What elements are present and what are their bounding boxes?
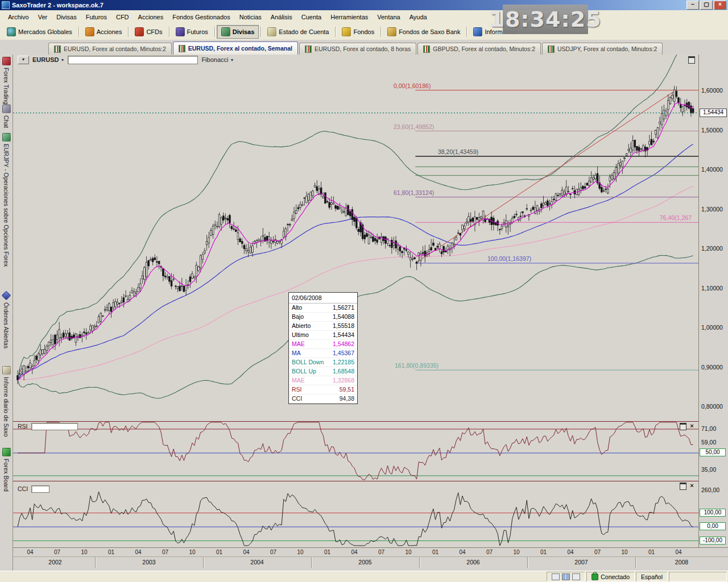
- cci-settings-input[interactable]: [31, 485, 49, 493]
- x-axis-month-label: 01: [106, 549, 116, 555]
- current-price-badge: 1,54434: [700, 109, 727, 117]
- chart-search-input[interactable]: [68, 56, 198, 64]
- chart-menu-button[interactable]: ▼: [18, 56, 29, 64]
- drawing-tool-selector[interactable]: Fibonacci▼: [201, 56, 234, 63]
- x-axis-month-label: 07: [376, 549, 386, 555]
- forex-board-icon: [2, 448, 11, 456]
- price-axis[interactable]: 1,600001,500001,400001,300001,200001,100…: [698, 55, 728, 547]
- x-axis-month-label: 04: [25, 549, 35, 555]
- toolbar-acciones[interactable]: Acciones: [81, 25, 127, 39]
- x-axis-month-label: 04: [349, 549, 359, 555]
- menu-ayuda[interactable]: Ayuda: [405, 12, 432, 22]
- toolbar-separator: [466, 27, 467, 37]
- panel-close-icon[interactable]: ×: [689, 483, 695, 489]
- x-axis-year-label: 2002: [44, 559, 67, 566]
- x-axis-month-label: 07: [484, 549, 494, 555]
- toolbar-futuros[interactable]: Futuros: [171, 25, 213, 39]
- chevron-down-icon: ▼: [60, 58, 64, 62]
- price-axis-label: 1,40000: [701, 166, 723, 173]
- x-axis-month-label: 07: [592, 549, 602, 555]
- x-axis-month-label: 10: [295, 549, 305, 555]
- sidebar-item-ordenes-abiertas[interactable]: Órdenes Abiertas: [1, 291, 12, 348]
- price-axis-label: 1,60000: [701, 87, 723, 94]
- year-separator: [311, 557, 312, 568]
- tab-usdjpy-minutos2[interactable]: USDJPY, Forex al contado, Minutos:2: [542, 43, 663, 55]
- menu-cuenta[interactable]: Cuenta: [297, 12, 326, 22]
- x-axis-month-label: 01: [214, 549, 224, 555]
- x-axis-month-label: 10: [187, 549, 197, 555]
- tab-gbpusd-minutos2[interactable]: GBPUSD, Forex al contado, Minutos:2: [417, 43, 541, 55]
- toolbar-separator: [260, 27, 261, 37]
- tab-eurusd-semanal[interactable]: EURUSD, Forex al contado, Semanal: [173, 41, 298, 55]
- x-axis-month-label: 07: [268, 549, 278, 555]
- close-button[interactable]: ×: [714, 1, 726, 10]
- sidebar-item-forex-board[interactable]: Forex Board: [1, 448, 12, 492]
- chart-header: ▼ EURUSD▼ Fibonacci▼: [13, 55, 698, 65]
- menu-acciones[interactable]: Acciones: [134, 12, 168, 22]
- menu-futuros[interactable]: Futuros: [81, 12, 111, 22]
- x-axis-month-label: 04: [241, 549, 251, 555]
- toolbar-separator: [78, 27, 79, 37]
- globe-icon: [7, 27, 16, 36]
- symbol-selector[interactable]: EURUSD▼: [32, 56, 64, 63]
- maximize-button[interactable]: ▢: [700, 1, 713, 10]
- menu-divisas[interactable]: Divisas: [52, 12, 81, 22]
- toolbar-estado-de-cuenta[interactable]: Estado de Cuenta: [263, 25, 333, 39]
- rsi-label: RSI: [18, 423, 28, 430]
- chart-data-window: 02/06/2008 Alto1,56271 Bajo1,54088 Abier…: [288, 292, 358, 404]
- x-axis-month-label: 04: [565, 549, 576, 555]
- price-axis-label: 1,10000: [701, 285, 723, 292]
- x-axis-year-label: 2006: [462, 559, 485, 566]
- chart-icon: [548, 45, 555, 53]
- toolbar: Mercados Globales Acciones CFDs Futuros …: [0, 24, 728, 40]
- cci-level-badge: 0,00: [700, 522, 726, 530]
- fib-level-label: 100,00(1,16397): [486, 255, 532, 262]
- report-icon: [2, 366, 11, 375]
- chart-icon: [305, 45, 312, 53]
- panel-close-icon[interactable]: ×: [689, 423, 695, 429]
- sidebar-item-eurjpy-opciones[interactable]: EURJPY - Operaciones sobre Opciones Fore…: [1, 133, 12, 267]
- menu-herramientas[interactable]: Herramientas: [326, 12, 373, 22]
- language-text: Español: [641, 573, 663, 580]
- side-panel-strip: Forex Trading Chat EURJPY - Operaciones …: [0, 55, 13, 571]
- chart-icon: [179, 45, 185, 52]
- price-axis-label: 0,90000: [701, 364, 723, 371]
- connection-monitors-icon: [562, 573, 570, 580]
- price-axis-label: 1,20000: [701, 245, 723, 252]
- funds-icon: [342, 27, 351, 36]
- fib-level-label: 61,80(1,33124): [392, 189, 435, 196]
- menu-fondos-gestionados[interactable]: Fondos Gestionados: [168, 12, 235, 22]
- tab-eurusd-minutos2[interactable]: EURUSD, Forex al contado, Minutos:2: [48, 43, 172, 55]
- data-window-row: CCI94,38: [289, 394, 357, 404]
- data-feed-icon: [572, 573, 580, 580]
- menu-cfd[interactable]: CFD: [111, 12, 134, 22]
- x-axis-year-label: 2004: [246, 559, 268, 566]
- year-separator: [95, 557, 96, 568]
- panel-restore-icon[interactable]: [680, 483, 686, 490]
- session-icon: [552, 573, 560, 580]
- minimize-button[interactable]: –: [686, 1, 699, 10]
- x-axis-ticks[interactable]: 0407100104071001040710010407100104071001…: [13, 547, 728, 557]
- toolbar-fondos[interactable]: Fondos: [337, 25, 379, 39]
- panel-restore-icon[interactable]: [688, 56, 695, 64]
- sidebar-item-forex-trading[interactable]: Forex Trading: [1, 57, 12, 105]
- toolbar-cfds[interactable]: CFDs: [130, 25, 167, 39]
- stocks-icon: [85, 27, 94, 36]
- menu-analisis[interactable]: Análisis: [266, 12, 297, 22]
- data-window-row: Bajo1,54088: [289, 313, 357, 322]
- tab-eurusd-8horas[interactable]: EURUSD, Forex al contado, 8 horas: [299, 43, 416, 55]
- menu-ventana[interactable]: Ventana: [373, 12, 404, 22]
- toolbar-separator: [128, 27, 129, 37]
- menu-archivo[interactable]: Archivo: [3, 12, 34, 22]
- sidebar-item-chat[interactable]: Chat: [1, 105, 12, 128]
- rsi-settings-input[interactable]: [31, 423, 78, 430]
- toolbar-mercados-globales[interactable]: Mercados Globales: [2, 25, 77, 39]
- title-bar: SaxoTrader 2 - workspace.ok.7 – ▢ ×: [0, 0, 728, 10]
- x-axis-month-label: 07: [160, 549, 170, 555]
- menu-noticias[interactable]: Noticias: [235, 12, 266, 22]
- toolbar-divisas[interactable]: Divisas: [217, 25, 259, 39]
- menu-ver[interactable]: Ver: [34, 12, 52, 22]
- toolbar-fondos-saxo-bank[interactable]: Fondos de Saxo Bank: [383, 25, 465, 39]
- sidebar-item-informe-diario[interactable]: Informe diario de Saxo: [1, 366, 12, 437]
- panel-restore-icon[interactable]: [680, 423, 686, 430]
